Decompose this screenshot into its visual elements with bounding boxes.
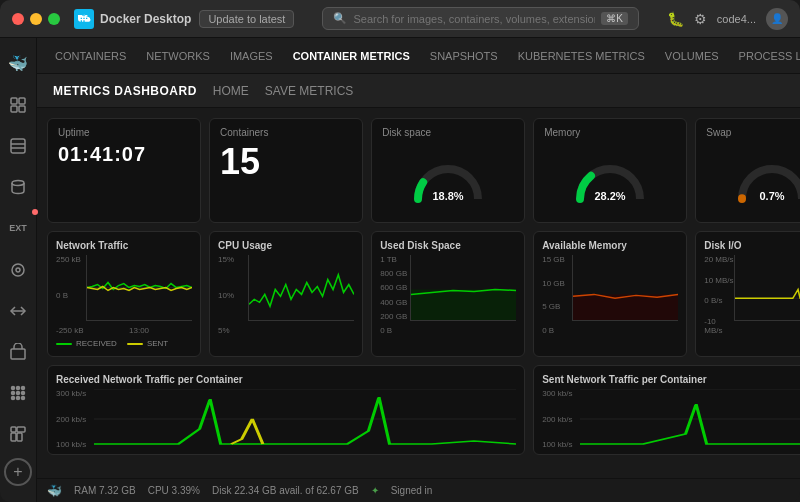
network-traffic-chart: 250 kB 0 B -250 kB 13:00 (56, 255, 192, 335)
sent-chart-container: 300 kb/s 200 kb/s 100 kb/s (542, 389, 800, 449)
network-xaxis: 13:00 (86, 326, 192, 335)
sidebar-item-extensions[interactable] (0, 417, 36, 452)
sidebar-item-build[interactable] (0, 334, 36, 369)
disk-space-label: Disk space (382, 127, 514, 138)
tab-volumes[interactable]: VOLUMES (657, 44, 727, 68)
dashboard: Uptime 01:41:07 Containers 15 Disk space (37, 108, 800, 478)
charts-row: Network Traffic 250 kB 0 B -250 kB (47, 231, 800, 357)
ext-notification-dot (32, 209, 38, 215)
svg-text:18.8%: 18.8% (433, 190, 464, 202)
received-legend-dot (56, 343, 72, 345)
bug-icon[interactable]: 🐛 (667, 11, 684, 27)
top-metrics-row: Uptime 01:41:07 Containers 15 Disk space (47, 118, 800, 223)
disk-io-card: Disk I/O 20 MB/s 10 MB/s 0 B/s -10 MB/s (695, 231, 800, 357)
received-yaxis: 300 kb/s 200 kb/s 100 kb/s (56, 389, 94, 449)
docker-icon (74, 9, 94, 29)
save-metrics-link[interactable]: SAVE METRICS (265, 84, 353, 98)
svg-rect-3 (19, 106, 25, 112)
network-yaxis: 250 kB 0 B -250 kB (56, 255, 86, 335)
svg-rect-24 (17, 433, 22, 441)
tab-snapshots[interactable]: SNAPSHOTS (422, 44, 506, 68)
add-button[interactable]: + (4, 458, 32, 486)
tab-process-logs[interactable]: PROCESS LOGS (731, 44, 800, 68)
cpu-title: CPU Usage (218, 240, 354, 251)
home-link[interactable]: HOME (213, 84, 249, 98)
svg-rect-21 (11, 433, 16, 441)
sidebar: 🐳 EXT (0, 38, 37, 502)
svg-point-17 (22, 392, 25, 395)
network-traffic-card: Network Traffic 250 kB 0 B -250 kB (47, 231, 201, 357)
app-logo: Docker Desktop (74, 9, 191, 29)
svg-rect-1 (19, 98, 25, 104)
search-bar[interactable]: 🔍 ⌘K (322, 7, 638, 30)
sidebar-item-whale[interactable]: 🐳 (0, 46, 36, 81)
cpu-status: CPU 3.39% (148, 485, 200, 496)
disk-space-gauge: 18.8% (382, 144, 514, 204)
signed-in-icon: ✦ (371, 485, 379, 496)
disk-space-card: Disk space 18.8% (371, 118, 525, 223)
svg-point-16 (17, 392, 20, 395)
search-input[interactable] (353, 13, 595, 25)
disk-io-area: 20 MB/s 10 MB/s 0 B/s -10 MB/s (704, 255, 800, 335)
sidebar-item-dev[interactable] (0, 252, 36, 287)
sent-legend: SENT (127, 339, 168, 348)
sidebar-item-images[interactable] (0, 128, 36, 163)
memory-card: Memory 28.2% (533, 118, 687, 223)
tab-networks[interactable]: NETWORKS (138, 44, 218, 68)
maximize-button[interactable] (48, 13, 60, 25)
disk-status: Disk 22.34 GB avail. of 62.67 GB (212, 485, 359, 496)
user-label: code4... (717, 13, 756, 25)
titlebar-right: 🐛 ⚙ code4... 👤 (667, 8, 788, 30)
svg-rect-23 (17, 427, 25, 432)
sent-traffic-title: Sent Network Traffic per Container (542, 374, 800, 385)
svg-rect-11 (11, 349, 25, 359)
tab-images[interactable]: IMAGES (222, 44, 281, 68)
update-button[interactable]: Update to latest (199, 10, 294, 28)
received-legend: RECEIVED (56, 339, 117, 348)
close-button[interactable] (12, 13, 24, 25)
sidebar-item-ext[interactable]: EXT (0, 211, 36, 246)
status-bar: 🐳 RAM 7.32 GB CPU 3.39% Disk 22.34 GB av… (37, 478, 800, 502)
disk-yaxis: 1 TB 800 GB 600 GB 400 GB 200 GB 0 B (380, 255, 410, 335)
avatar[interactable]: 👤 (766, 8, 788, 30)
tab-containers[interactable]: CONTAINERS (47, 44, 134, 68)
sent-traffic-card: Sent Network Traffic per Container 300 k… (533, 365, 800, 455)
tab-container-metrics[interactable]: CONTAINER METRICS (285, 44, 418, 68)
cpu-usage-card: CPU Usage 15% 10% 5% (209, 231, 363, 357)
svg-rect-22 (11, 427, 16, 432)
svg-point-14 (22, 387, 25, 390)
svg-point-13 (17, 387, 20, 390)
cpu-chart-inner (248, 255, 354, 321)
sidebar-item-volumes[interactable] (0, 170, 36, 205)
disk-io-title: Disk I/O (704, 240, 800, 251)
swap-gauge: 0.7% (706, 144, 800, 204)
containers-value: 15 (220, 144, 352, 180)
disk-chart-inner (410, 255, 516, 321)
swap-card: Swap 0.7% (695, 118, 800, 223)
signed-in-status: Signed in (391, 485, 433, 496)
bottom-charts: Received Network Traffic per Container 3… (47, 365, 800, 455)
settings-icon[interactable]: ⚙ (694, 11, 707, 27)
sidebar-item-grid[interactable] (0, 376, 36, 411)
app-title: Docker Desktop (100, 12, 191, 26)
containers-card: Containers 15 (209, 118, 363, 223)
sidebar-item-containers[interactable] (0, 87, 36, 122)
svg-rect-0 (11, 98, 17, 104)
nav-tabs: CONTAINERS NETWORKS IMAGES CONTAINER MET… (37, 38, 800, 74)
sent-yaxis: 300 kb/s 200 kb/s 100 kb/s (542, 389, 580, 449)
memory-chart-inner (572, 255, 678, 321)
titlebar: Docker Desktop Update to latest 🔍 ⌘K 🐛 ⚙… (0, 0, 800, 38)
svg-point-19 (17, 397, 20, 400)
ram-status: RAM 7.32 GB (74, 485, 136, 496)
minimize-button[interactable] (30, 13, 42, 25)
kbd-shortcut: ⌘K (601, 12, 628, 25)
svg-point-15 (12, 392, 15, 395)
svg-point-20 (22, 397, 25, 400)
sidebar-item-network[interactable] (0, 293, 36, 328)
sent-chart-svg (580, 389, 800, 449)
memory-chart-title: Available Memory (542, 240, 678, 251)
main-layout: 🐳 EXT (0, 38, 800, 502)
tab-kubernetes[interactable]: KUBERNETES METRICS (510, 44, 653, 68)
sent-legend-dot (127, 343, 143, 345)
memory-chart-area: 15 GB 10 GB 5 GB 0 B (542, 255, 678, 335)
